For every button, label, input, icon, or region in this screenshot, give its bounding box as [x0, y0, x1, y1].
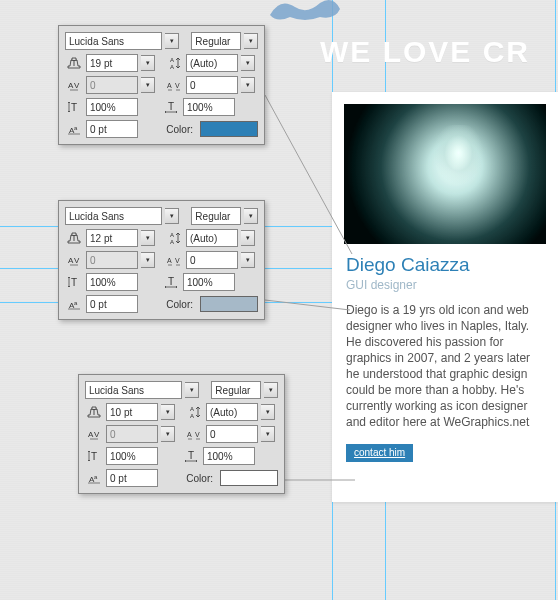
font-size-input[interactable]: 12 pt — [86, 229, 138, 247]
tracking-input[interactable]: 0 — [186, 251, 238, 269]
kerning-icon: AV — [85, 425, 103, 443]
kerning-input-caret[interactable]: ▾ — [141, 77, 155, 93]
svg-text:a: a — [74, 300, 78, 306]
font-size-icon: T — [65, 229, 83, 247]
horizontal-scale-input[interactable]: 100% — [203, 447, 255, 465]
font-style-select[interactable]: Regular — [211, 381, 261, 399]
font-style-select-caret[interactable]: ▾ — [244, 33, 258, 49]
svg-text:T: T — [168, 101, 174, 112]
decor-graphic — [265, 0, 345, 25]
vertical-scale-input[interactable]: 100% — [86, 98, 138, 116]
leading-input-caret[interactable]: ▾ — [241, 55, 255, 71]
svg-text:a: a — [94, 474, 98, 480]
tracking-icon: AV — [165, 76, 183, 94]
tracking-input-caret[interactable]: ▾ — [241, 252, 255, 268]
vertical-scale-input[interactable]: 100% — [106, 447, 158, 465]
svg-text:A: A — [170, 57, 174, 63]
profile-card: Diego Caiazza GUI designer Diego is a 19… — [332, 92, 558, 502]
font-family-select[interactable]: Lucida Sans — [85, 381, 182, 399]
leading-input[interactable]: (Auto) — [206, 403, 258, 421]
banner-text: WE LOVE CR — [320, 35, 530, 69]
baseline-shift-input[interactable]: 0 pt — [86, 120, 138, 138]
character-panel: Lucida Sans▾ Regular▾ T 19 pt▾ AA (Auto)… — [58, 25, 265, 145]
font-style-select[interactable]: Regular — [191, 32, 241, 50]
baseline-shift-input[interactable]: 0 pt — [86, 295, 138, 313]
leading-icon: AA — [185, 403, 203, 421]
font-size-icon: T — [85, 403, 103, 421]
font-size-input-caret[interactable]: ▾ — [141, 230, 155, 246]
baseline-shift-icon: Aa — [85, 469, 103, 487]
font-style-select[interactable]: Regular — [191, 207, 241, 225]
font-size-input-caret[interactable]: ▾ — [141, 55, 155, 71]
baseline-shift-icon: Aa — [65, 295, 83, 313]
tracking-icon: AV — [185, 425, 203, 443]
svg-text:A: A — [167, 257, 172, 264]
svg-text:A: A — [190, 406, 194, 412]
baseline-shift-input[interactable]: 0 pt — [106, 469, 158, 487]
leading-input-caret[interactable]: ▾ — [261, 404, 275, 420]
kerning-input[interactable]: 0 — [86, 251, 138, 269]
kerning-input[interactable]: 0 — [106, 425, 158, 443]
tracking-input[interactable]: 0 — [186, 76, 238, 94]
svg-text:V: V — [175, 257, 180, 264]
kerning-input-caret[interactable]: ▾ — [161, 426, 175, 442]
font-family-select[interactable]: Lucida Sans — [65, 207, 162, 225]
tracking-input[interactable]: 0 — [206, 425, 258, 443]
tracking-input-caret[interactable]: ▾ — [241, 77, 255, 93]
svg-text:T: T — [91, 451, 97, 462]
leading-icon: AA — [165, 229, 183, 247]
svg-text:T: T — [71, 277, 77, 288]
svg-text:A: A — [170, 64, 174, 70]
tracking-input-caret[interactable]: ▾ — [261, 426, 275, 442]
svg-text:A: A — [187, 431, 192, 438]
horizontal-scale-icon: T — [162, 273, 180, 291]
svg-text:a: a — [74, 125, 78, 131]
svg-text:T: T — [188, 450, 194, 461]
font-family-select-caret[interactable]: ▾ — [165, 208, 179, 224]
profile-body: Diego is a 19 yrs old icon and web desig… — [346, 302, 544, 430]
contact-button[interactable]: contact him — [346, 444, 413, 462]
font-style-select-caret[interactable]: ▾ — [244, 208, 258, 224]
kerning-icon: AV — [65, 251, 83, 269]
font-family-select-caret[interactable]: ▾ — [165, 33, 179, 49]
font-family-select[interactable]: Lucida Sans — [65, 32, 162, 50]
leading-icon: AA — [165, 54, 183, 72]
profile-name: Diego Caiazza — [346, 254, 544, 276]
horizontal-scale-input[interactable]: 100% — [183, 273, 235, 291]
svg-text:A: A — [170, 232, 174, 238]
leading-input[interactable]: (Auto) — [186, 229, 238, 247]
color-swatch[interactable] — [200, 121, 258, 137]
font-size-input[interactable]: 19 pt — [86, 54, 138, 72]
vertical-scale-icon: T — [85, 447, 103, 465]
vertical-scale-input[interactable]: 100% — [86, 273, 138, 291]
svg-text:T: T — [71, 58, 77, 68]
font-size-input[interactable]: 10 pt — [106, 403, 158, 421]
vertical-scale-icon: T — [65, 273, 83, 291]
color-swatch[interactable] — [220, 470, 278, 486]
font-style-select-caret[interactable]: ▾ — [264, 382, 278, 398]
svg-text:A: A — [190, 413, 194, 419]
profile-photo — [344, 104, 546, 244]
leading-input[interactable]: (Auto) — [186, 54, 238, 72]
font-size-input-caret[interactable]: ▾ — [161, 404, 175, 420]
horizontal-scale-input[interactable]: 100% — [183, 98, 235, 116]
font-family-select-caret[interactable]: ▾ — [185, 382, 199, 398]
svg-text:T: T — [71, 102, 77, 113]
character-panel: Lucida Sans▾ Regular▾ T 10 pt▾ AA (Auto)… — [78, 374, 285, 494]
svg-text:V: V — [74, 256, 80, 265]
svg-text:V: V — [74, 81, 80, 90]
horizontal-scale-icon: T — [182, 447, 200, 465]
profile-subtitle: GUI designer — [346, 278, 544, 292]
color-label: Color: — [186, 473, 213, 484]
svg-text:T: T — [91, 407, 97, 417]
leading-input-caret[interactable]: ▾ — [241, 230, 255, 246]
character-panel: Lucida Sans▾ Regular▾ T 12 pt▾ AA (Auto)… — [58, 200, 265, 320]
vertical-scale-icon: T — [65, 98, 83, 116]
kerning-input-caret[interactable]: ▾ — [141, 252, 155, 268]
tracking-icon: AV — [165, 251, 183, 269]
horizontal-scale-icon: T — [162, 98, 180, 116]
svg-text:A: A — [170, 239, 174, 245]
color-label: Color: — [166, 124, 193, 135]
kerning-input[interactable]: 0 — [86, 76, 138, 94]
color-swatch[interactable] — [200, 296, 258, 312]
